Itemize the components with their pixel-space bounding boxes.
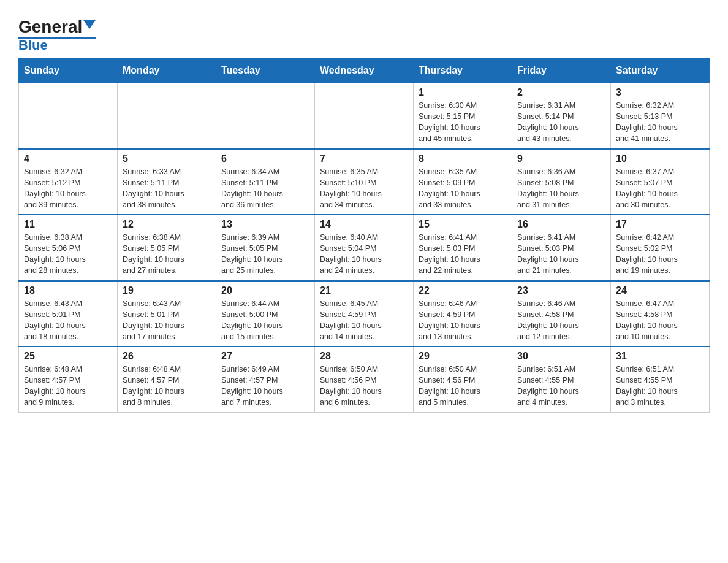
day-number: 5 <box>123 153 211 164</box>
day-number: 21 <box>320 285 408 296</box>
calendar-body: 1Sunrise: 6:30 AMSunset: 5:15 PMDaylight… <box>19 83 710 412</box>
col-header-monday: Monday <box>118 59 216 83</box>
day-cell-5-3: 27Sunrise: 6:49 AMSunset: 4:57 PMDayligh… <box>216 347 315 412</box>
calendar-header-row: Sunday Monday Tuesday Wednesday Thursday… <box>19 59 710 83</box>
logo: General Blue <box>18 18 96 52</box>
day-info: Sunrise: 6:48 AMSunset: 4:57 PMDaylight:… <box>123 364 211 408</box>
day-cell-3-1: 11Sunrise: 6:38 AMSunset: 5:06 PMDayligh… <box>19 215 118 281</box>
day-number: 18 <box>24 285 112 296</box>
col-header-friday: Friday <box>512 59 611 83</box>
day-number: 9 <box>517 153 605 164</box>
day-number: 15 <box>419 219 507 230</box>
day-info: Sunrise: 6:41 AMSunset: 5:03 PMDaylight:… <box>517 232 605 277</box>
day-info: Sunrise: 6:45 AMSunset: 4:59 PMDaylight:… <box>320 298 408 343</box>
day-info: Sunrise: 6:48 AMSunset: 4:57 PMDaylight:… <box>24 364 112 408</box>
day-cell-3-2: 12Sunrise: 6:38 AMSunset: 5:05 PMDayligh… <box>118 215 216 281</box>
week-row-4: 18Sunrise: 6:43 AMSunset: 5:01 PMDayligh… <box>19 281 710 347</box>
day-cell-3-7: 17Sunrise: 6:42 AMSunset: 5:02 PMDayligh… <box>611 215 710 281</box>
day-info: Sunrise: 6:51 AMSunset: 4:55 PMDaylight:… <box>616 364 704 408</box>
day-cell-4-3: 20Sunrise: 6:44 AMSunset: 5:00 PMDayligh… <box>216 281 315 347</box>
day-info: Sunrise: 6:42 AMSunset: 5:02 PMDaylight:… <box>616 232 704 277</box>
day-info: Sunrise: 6:51 AMSunset: 4:55 PMDaylight:… <box>517 364 605 408</box>
logo-text-blue: Blue <box>18 39 48 52</box>
day-cell-3-6: 16Sunrise: 6:41 AMSunset: 5:03 PMDayligh… <box>512 215 611 281</box>
day-number: 13 <box>221 219 309 230</box>
col-header-thursday: Thursday <box>414 59 512 83</box>
day-number: 4 <box>24 153 112 164</box>
day-cell-4-2: 19Sunrise: 6:43 AMSunset: 5:01 PMDayligh… <box>118 281 216 347</box>
day-cell-1-5: 1Sunrise: 6:30 AMSunset: 5:15 PMDaylight… <box>414 83 512 149</box>
day-cell-4-7: 24Sunrise: 6:47 AMSunset: 4:58 PMDayligh… <box>611 281 710 347</box>
day-info: Sunrise: 6:36 AMSunset: 5:08 PMDaylight:… <box>517 166 605 211</box>
day-cell-3-5: 15Sunrise: 6:41 AMSunset: 5:03 PMDayligh… <box>414 215 512 281</box>
day-info: Sunrise: 6:31 AMSunset: 5:14 PMDaylight:… <box>517 100 605 145</box>
day-info: Sunrise: 6:40 AMSunset: 5:04 PMDaylight:… <box>320 232 408 277</box>
day-number: 14 <box>320 219 408 230</box>
day-cell-1-2 <box>118 83 216 149</box>
day-cell-2-6: 9Sunrise: 6:36 AMSunset: 5:08 PMDaylight… <box>512 149 611 215</box>
day-info: Sunrise: 6:30 AMSunset: 5:15 PMDaylight:… <box>419 100 507 145</box>
day-info: Sunrise: 6:35 AMSunset: 5:09 PMDaylight:… <box>419 166 507 211</box>
day-info: Sunrise: 6:39 AMSunset: 5:05 PMDaylight:… <box>221 232 309 277</box>
col-header-wednesday: Wednesday <box>315 59 414 83</box>
day-cell-1-4 <box>315 83 414 149</box>
day-info: Sunrise: 6:37 AMSunset: 5:07 PMDaylight:… <box>616 166 704 211</box>
day-info: Sunrise: 6:38 AMSunset: 5:05 PMDaylight:… <box>123 232 211 277</box>
day-number: 27 <box>221 351 309 362</box>
day-cell-3-3: 13Sunrise: 6:39 AMSunset: 5:05 PMDayligh… <box>216 215 315 281</box>
day-number: 3 <box>616 87 704 98</box>
day-cell-5-5: 29Sunrise: 6:50 AMSunset: 4:56 PMDayligh… <box>414 347 512 412</box>
day-cell-4-6: 23Sunrise: 6:46 AMSunset: 4:58 PMDayligh… <box>512 281 611 347</box>
day-info: Sunrise: 6:46 AMSunset: 4:58 PMDaylight:… <box>517 298 605 343</box>
day-cell-4-5: 22Sunrise: 6:46 AMSunset: 4:59 PMDayligh… <box>414 281 512 347</box>
day-cell-2-3: 6Sunrise: 6:34 AMSunset: 5:11 PMDaylight… <box>216 149 315 215</box>
day-number: 24 <box>616 285 704 296</box>
day-cell-1-3 <box>216 83 315 149</box>
day-cell-2-2: 5Sunrise: 6:33 AMSunset: 5:11 PMDaylight… <box>118 149 216 215</box>
day-info: Sunrise: 6:50 AMSunset: 4:56 PMDaylight:… <box>320 364 408 408</box>
day-number: 30 <box>517 351 605 362</box>
week-row-3: 11Sunrise: 6:38 AMSunset: 5:06 PMDayligh… <box>19 215 710 281</box>
day-info: Sunrise: 6:46 AMSunset: 4:59 PMDaylight:… <box>419 298 507 343</box>
day-cell-2-5: 8Sunrise: 6:35 AMSunset: 5:09 PMDaylight… <box>414 149 512 215</box>
col-header-sunday: Sunday <box>19 59 118 83</box>
day-info: Sunrise: 6:43 AMSunset: 5:01 PMDaylight:… <box>24 298 112 343</box>
week-row-1: 1Sunrise: 6:30 AMSunset: 5:15 PMDaylight… <box>19 83 710 149</box>
day-number: 8 <box>419 153 507 164</box>
day-number: 28 <box>320 351 408 362</box>
day-number: 20 <box>221 285 309 296</box>
day-cell-1-6: 2Sunrise: 6:31 AMSunset: 5:14 PMDaylight… <box>512 83 611 149</box>
day-cell-5-7: 31Sunrise: 6:51 AMSunset: 4:55 PMDayligh… <box>611 347 710 412</box>
day-number: 17 <box>616 219 704 230</box>
week-row-2: 4Sunrise: 6:32 AMSunset: 5:12 PMDaylight… <box>19 149 710 215</box>
day-info: Sunrise: 6:35 AMSunset: 5:10 PMDaylight:… <box>320 166 408 211</box>
day-info: Sunrise: 6:43 AMSunset: 5:01 PMDaylight:… <box>123 298 211 343</box>
day-number: 11 <box>24 219 112 230</box>
week-row-5: 25Sunrise: 6:48 AMSunset: 4:57 PMDayligh… <box>19 347 710 412</box>
day-number: 16 <box>517 219 605 230</box>
day-cell-5-4: 28Sunrise: 6:50 AMSunset: 4:56 PMDayligh… <box>315 347 414 412</box>
day-info: Sunrise: 6:41 AMSunset: 5:03 PMDaylight:… <box>419 232 507 277</box>
day-cell-1-1 <box>19 83 118 149</box>
day-cell-4-4: 21Sunrise: 6:45 AMSunset: 4:59 PMDayligh… <box>315 281 414 347</box>
day-info: Sunrise: 6:38 AMSunset: 5:06 PMDaylight:… <box>24 232 112 277</box>
day-number: 29 <box>419 351 507 362</box>
day-cell-2-1: 4Sunrise: 6:32 AMSunset: 5:12 PMDaylight… <box>19 149 118 215</box>
day-info: Sunrise: 6:50 AMSunset: 4:56 PMDaylight:… <box>419 364 507 408</box>
day-cell-4-1: 18Sunrise: 6:43 AMSunset: 5:01 PMDayligh… <box>19 281 118 347</box>
day-number: 1 <box>419 87 507 98</box>
day-number: 2 <box>517 87 605 98</box>
day-cell-3-4: 14Sunrise: 6:40 AMSunset: 5:04 PMDayligh… <box>315 215 414 281</box>
day-cell-5-2: 26Sunrise: 6:48 AMSunset: 4:57 PMDayligh… <box>118 347 216 412</box>
calendar-table: Sunday Monday Tuesday Wednesday Thursday… <box>18 58 710 413</box>
day-info: Sunrise: 6:49 AMSunset: 4:57 PMDaylight:… <box>221 364 309 408</box>
day-info: Sunrise: 6:47 AMSunset: 4:58 PMDaylight:… <box>616 298 704 343</box>
day-info: Sunrise: 6:34 AMSunset: 5:11 PMDaylight:… <box>221 166 309 211</box>
day-cell-1-7: 3Sunrise: 6:32 AMSunset: 5:13 PMDaylight… <box>611 83 710 149</box>
day-number: 19 <box>123 285 211 296</box>
day-number: 12 <box>123 219 211 230</box>
day-number: 6 <box>221 153 309 164</box>
day-info: Sunrise: 6:32 AMSunset: 5:12 PMDaylight:… <box>24 166 112 211</box>
day-info: Sunrise: 6:32 AMSunset: 5:13 PMDaylight:… <box>616 100 704 145</box>
day-cell-2-4: 7Sunrise: 6:35 AMSunset: 5:10 PMDaylight… <box>315 149 414 215</box>
